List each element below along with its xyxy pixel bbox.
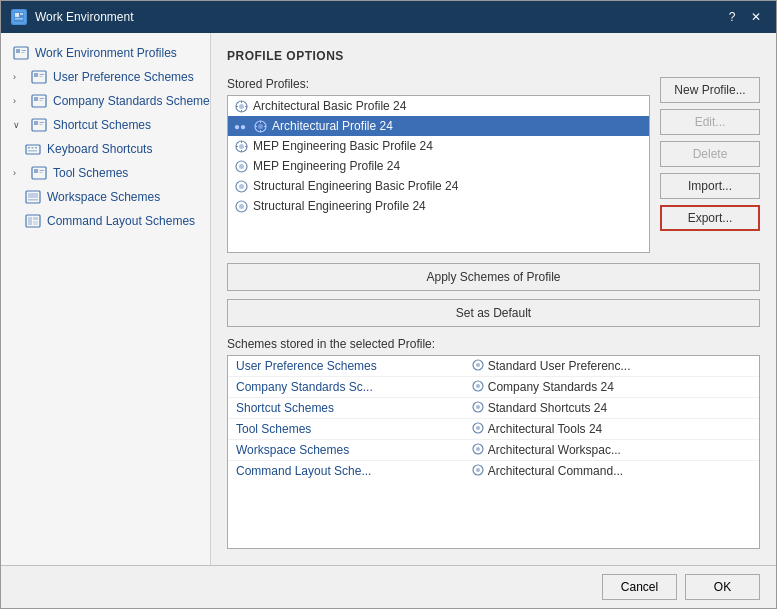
svg-point-49	[239, 144, 244, 149]
expand-icon: ›	[13, 96, 25, 106]
apply-set-buttons: Apply Schemes of Profile Set as Default	[227, 263, 760, 327]
svg-rect-21	[28, 147, 30, 149]
svg-rect-22	[32, 147, 34, 149]
profile-icon	[234, 179, 248, 193]
svg-rect-1	[15, 13, 19, 17]
svg-point-59	[239, 204, 244, 209]
profile-icon	[234, 139, 248, 153]
profile-label: Structural Engineering Basic Profile 24	[253, 179, 458, 193]
scheme-row: User Preference Schemes Standard User Pr…	[228, 356, 759, 377]
expand-icon: ›	[13, 72, 25, 82]
svg-rect-15	[40, 100, 43, 101]
content-area: Work Environment Profiles › User Prefere…	[1, 33, 776, 565]
new-profile-button[interactable]: New Profile...	[660, 77, 760, 103]
sidebar-item-tool-schemes[interactable]: › Tool Schemes	[1, 161, 210, 185]
scheme-icon	[472, 401, 484, 415]
scheme-right-label: Standard User Preferenc...	[472, 359, 751, 373]
svg-point-63	[476, 384, 480, 388]
svg-rect-18	[40, 122, 45, 123]
svg-rect-3	[15, 18, 23, 20]
import-button[interactable]: Import...	[660, 173, 760, 199]
list-item[interactable]: Structural Engineering Basic Profile 24	[228, 176, 649, 196]
svg-rect-9	[34, 73, 38, 77]
profile-label: Architectural Basic Profile 24	[253, 99, 406, 113]
ok-button[interactable]: OK	[685, 574, 760, 600]
dialog-title: Work Environment	[35, 10, 133, 24]
sidebar-item-company-standards-schemes[interactable]: › Company Standards Schemes	[1, 89, 210, 113]
sidebar: Work Environment Profiles › User Prefere…	[1, 33, 211, 565]
cancel-button[interactable]: Cancel	[602, 574, 677, 600]
svg-point-57	[239, 184, 244, 189]
set-default-button[interactable]: Set as Default	[227, 299, 760, 327]
svg-rect-11	[40, 76, 43, 77]
scheme-icon	[472, 443, 484, 457]
scheme-icon	[472, 464, 484, 478]
schemes-list: User Preference Schemes Standard User Pr…	[227, 355, 760, 549]
stored-profiles-label: Stored Profiles:	[227, 77, 650, 91]
schemes-label: Schemes stored in the selected Profile:	[227, 337, 760, 351]
profiles-area: Stored Profiles:	[227, 77, 760, 253]
schemes-section: Schemes stored in the selected Profile: …	[227, 337, 760, 549]
sidebar-item-command-layout-schemes[interactable]: Command Layout Schemes	[1, 209, 210, 233]
scheme-row: Workspace Schemes Architectural Workspac…	[228, 440, 759, 461]
svg-rect-7	[22, 52, 25, 53]
sidebar-item-label: Command Layout Schemes	[47, 214, 195, 228]
sidebar-item-label: Keyboard Shortcuts	[47, 142, 152, 156]
shortcut-schemes-icon	[31, 117, 47, 133]
profile-label: Architectural Profile 24	[272, 119, 393, 133]
edit-button[interactable]: Edit...	[660, 109, 760, 135]
expand-icon: ›	[13, 168, 25, 178]
sidebar-item-label: Company Standards Schemes	[53, 94, 211, 108]
sidebar-item-shortcut-schemes[interactable]: ∨ Shortcut Schemes	[1, 113, 210, 137]
scheme-left-label[interactable]: Workspace Schemes	[236, 443, 468, 457]
close-button[interactable]: ✕	[746, 8, 766, 26]
scheme-icon	[472, 422, 484, 436]
svg-rect-33	[28, 217, 32, 225]
work-environment-profiles-icon	[13, 45, 29, 61]
main-panel: PROFILE OPTIONS Stored Profiles:	[211, 33, 776, 565]
svg-rect-26	[34, 169, 38, 173]
profile-icon	[234, 159, 248, 173]
scheme-left-label[interactable]: User Preference Schemes	[236, 359, 468, 373]
scheme-row: Tool Schemes Architectural Tools 24	[228, 419, 759, 440]
help-button[interactable]: ?	[722, 8, 742, 26]
apply-schemes-button[interactable]: Apply Schemes of Profile	[227, 263, 760, 291]
profile-label: Structural Engineering Profile 24	[253, 199, 426, 213]
command-layout-schemes-icon	[25, 213, 41, 229]
buttons-panel: New Profile... Edit... Delete Import... …	[660, 77, 760, 253]
svg-rect-24	[28, 150, 37, 152]
svg-rect-30	[28, 193, 38, 198]
sidebar-item-label: Tool Schemes	[53, 166, 128, 180]
sidebar-item-label: Workspace Schemes	[47, 190, 160, 204]
scheme-row: Shortcut Schemes Standard Shortcuts 24	[228, 398, 759, 419]
scheme-right-label: Architectural Workspac...	[472, 443, 751, 457]
scheme-left-label[interactable]: Command Layout Sche...	[236, 464, 468, 478]
svg-rect-17	[34, 121, 38, 125]
list-item-selected[interactable]: ●● Archi	[228, 116, 649, 136]
keyboard-shortcuts-icon	[25, 141, 41, 157]
svg-point-55	[239, 164, 244, 169]
scheme-right-label: Architectural Tools 24	[472, 422, 751, 436]
svg-point-61	[476, 363, 480, 367]
sidebar-item-label: User Preference Schemes	[53, 70, 194, 84]
sidebar-item-workspace-schemes[interactable]: Workspace Schemes	[1, 185, 210, 209]
scheme-left-label[interactable]: Shortcut Schemes	[236, 401, 468, 415]
scheme-left-label[interactable]: Tool Schemes	[236, 422, 468, 436]
scheme-right-label: Standard Shortcuts 24	[472, 401, 751, 415]
scheme-row: Company Standards Sc... Company Standard…	[228, 377, 759, 398]
list-item[interactable]: MEP Engineering Basic Profile 24	[228, 136, 649, 156]
export-button[interactable]: Export...	[660, 205, 760, 231]
sidebar-item-keyboard-shortcuts[interactable]: Keyboard Shortcuts	[1, 137, 210, 161]
profile-icon	[234, 199, 248, 213]
delete-button[interactable]: Delete	[660, 141, 760, 167]
list-item[interactable]: Architectural Basic Profile 24	[228, 96, 649, 116]
list-item[interactable]: MEP Engineering Profile 24	[228, 156, 649, 176]
sidebar-item-user-preference-schemes[interactable]: › User Preference Schemes	[1, 65, 210, 89]
svg-rect-6	[22, 50, 27, 51]
sidebar-item-work-environment-profiles[interactable]: Work Environment Profiles	[1, 41, 210, 65]
workspace-schemes-icon	[25, 189, 41, 205]
scheme-left-label[interactable]: Company Standards Sc...	[236, 380, 468, 394]
list-item[interactable]: Structural Engineering Profile 24	[228, 196, 649, 216]
profiles-list[interactable]: Architectural Basic Profile 24 ●●	[227, 95, 650, 253]
svg-point-71	[476, 468, 480, 472]
